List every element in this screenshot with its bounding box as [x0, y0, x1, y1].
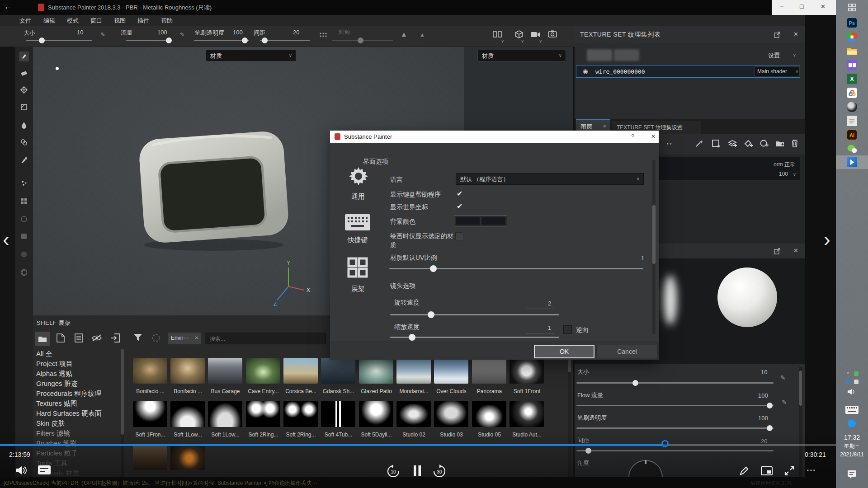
- spacing-slider[interactable]: [260, 40, 310, 41]
- shelf-grid-tool-icon[interactable]: [19, 196, 29, 206]
- language-select[interactable]: 默认 （程序语言） ∨: [456, 173, 644, 185]
- extra-tool-icon-4[interactable]: [19, 267, 29, 277]
- taskbar-clock[interactable]: 17:32 星期三 2021/8/11: [836, 434, 868, 458]
- environment-image-icon[interactable]: ▲: [420, 32, 425, 38]
- layer-blend-mode[interactable]: orm 正常: [774, 161, 795, 169]
- shelf-sync-icon[interactable]: [151, 333, 160, 343]
- brush-tool-icon[interactable]: [19, 52, 29, 61]
- shelf-category[interactable]: Filters 滤镜: [36, 429, 70, 438]
- perspective-cube-icon[interactable]: [514, 30, 524, 38]
- add-fill-layer-icon[interactable]: [744, 139, 753, 148]
- menu-plugins[interactable]: 插件: [137, 17, 149, 25]
- env-thumb[interactable]: [472, 401, 506, 427]
- tray-volume-icon[interactable]: [848, 389, 856, 395]
- shelf-category-scrollbar[interactable]: [121, 349, 124, 484]
- projection-tool-icon[interactable]: [19, 85, 29, 95]
- bg-color-swatches[interactable]: [454, 216, 507, 226]
- env-thumb[interactable]: [246, 358, 280, 384]
- flow-pencil-icon[interactable]: ✎: [180, 31, 185, 38]
- prop-flow-pencil-icon[interactable]: ✎: [782, 399, 787, 406]
- env-thumb[interactable]: [321, 358, 355, 384]
- prop-opacity-slider[interactable]: [576, 427, 774, 429]
- perspective-chevron-icon[interactable]: ∨: [521, 38, 524, 43]
- shelf-category[interactable]: Project 项目: [36, 360, 73, 368]
- eraser-tool-icon[interactable]: [19, 68, 29, 78]
- resize-handle-icon[interactable]: ↔: [665, 138, 673, 147]
- shelf-category[interactable]: Alphas 透贴: [36, 370, 72, 378]
- volume-icon[interactable]: [15, 465, 27, 475]
- tab-layers-close-icon[interactable]: ✕: [603, 123, 607, 129]
- clone-tool-icon[interactable]: [19, 137, 29, 147]
- app-notepad-icon[interactable]: [847, 116, 857, 126]
- maximize-button[interactable]: □: [800, 3, 803, 10]
- sidebar-general-label[interactable]: 通用: [351, 192, 365, 201]
- world-coords-checkbox[interactable]: ✔: [457, 202, 462, 211]
- add-group-icon[interactable]: [776, 139, 785, 148]
- player-fullscreen-icon[interactable]: [784, 465, 795, 476]
- minimize-button[interactable]: −: [780, 3, 784, 10]
- add-smart-material-icon[interactable]: [760, 139, 769, 148]
- shelf-filter-tag-chip[interactable]: Envir⋯ ✕: [168, 333, 201, 344]
- menu-help[interactable]: 帮助: [161, 17, 173, 25]
- shelf-category[interactable]: Procedurals 程序纹理: [36, 389, 101, 398]
- prop-flow-slider[interactable]: [576, 405, 774, 406]
- env-thumb[interactable]: [133, 358, 167, 384]
- env-thumb[interactable]: [472, 358, 506, 384]
- env-thumb[interactable]: [396, 358, 431, 384]
- env-thumb[interactable]: [359, 358, 393, 384]
- menu-edit[interactable]: 编辑: [43, 17, 55, 25]
- app-video-player-active[interactable]: [836, 155, 868, 169]
- forward-30-button[interactable]: 30: [433, 465, 446, 478]
- env-thumb[interactable]: [208, 358, 242, 384]
- env-thumb[interactable]: [283, 401, 318, 427]
- env-thumb[interactable]: [434, 401, 468, 427]
- env-thumb[interactable]: [321, 401, 355, 427]
- player-pip-icon[interactable]: [761, 466, 773, 475]
- prop-spacing-slider[interactable]: [576, 450, 774, 451]
- shelf-import-icon[interactable]: [111, 333, 120, 343]
- texture-set-blurred-button-2[interactable]: [614, 49, 639, 61]
- split-view-icon[interactable]: [493, 31, 502, 38]
- shelf-category[interactable]: All 全: [36, 350, 52, 358]
- ime-indicator-icon[interactable]: [848, 419, 856, 427]
- material-picker-tool-icon[interactable]: [19, 155, 29, 165]
- shelf-category[interactable]: Particles 粒子: [36, 449, 78, 458]
- kbd-helper-checkbox[interactable]: ✔: [457, 189, 462, 198]
- env-thumb[interactable]: [170, 445, 205, 470]
- texture-set-row[interactable]: ◉ wire_000000000 Main shader ∨: [576, 65, 800, 78]
- zoom-speed-slider[interactable]: [390, 337, 559, 338]
- menu-file[interactable]: 文件: [19, 17, 31, 25]
- shortcuts-keyboard-icon[interactable]: [345, 214, 370, 230]
- player-next-chevron[interactable]: ›: [824, 228, 830, 251]
- shelf-category[interactable]: Textures 贴图: [36, 399, 77, 408]
- seekbar-scrubber[interactable]: [661, 440, 669, 447]
- app-explorer-icon[interactable]: [847, 46, 857, 56]
- ok-button[interactable]: OK: [534, 345, 594, 358]
- app-excel-icon[interactable]: X: [847, 74, 857, 84]
- env-thumb[interactable]: [359, 401, 393, 427]
- shelf-filter-tag-close-icon[interactable]: ✕: [195, 335, 198, 340]
- tray-app-dot-2[interactable]: [846, 380, 850, 384]
- extra-tool-icon-3[interactable]: [19, 249, 29, 259]
- effects-wand-icon[interactable]: [694, 139, 703, 148]
- split-view-chevron-icon[interactable]: ∨: [501, 38, 504, 43]
- danmaku-icon[interactable]: [38, 465, 51, 474]
- texture-set-settings-dropdown[interactable]: 设置 ∨: [765, 50, 798, 61]
- shelf-category[interactable]: Grunges 脏迹: [36, 380, 78, 388]
- opacity-slider[interactable]: [194, 40, 249, 41]
- symmetry-slider[interactable]: [332, 40, 393, 41]
- texture-set-radio-icon[interactable]: ◉: [583, 68, 588, 75]
- prop-size-pencil-icon[interactable]: ✎: [780, 374, 786, 381]
- stencil-dots-icon[interactable]: [319, 32, 327, 38]
- env-thumb[interactable]: [509, 401, 544, 427]
- particles-tool-icon[interactable]: [19, 178, 29, 188]
- env-thumb[interactable]: [170, 401, 205, 427]
- tray-app-dot-1[interactable]: [854, 371, 859, 376]
- extra-tool-icon-2[interactable]: [19, 231, 29, 241]
- sidebar-shortcuts-label[interactable]: 快捷键: [348, 236, 368, 244]
- texture-set-expand-icon[interactable]: [774, 31, 781, 38]
- general-gear-icon[interactable]: [346, 164, 371, 189]
- shelf-folder-view-icon[interactable]: [35, 332, 50, 346]
- touch-keyboard-icon[interactable]: [845, 406, 859, 414]
- cancel-button[interactable]: Cancel: [596, 345, 658, 358]
